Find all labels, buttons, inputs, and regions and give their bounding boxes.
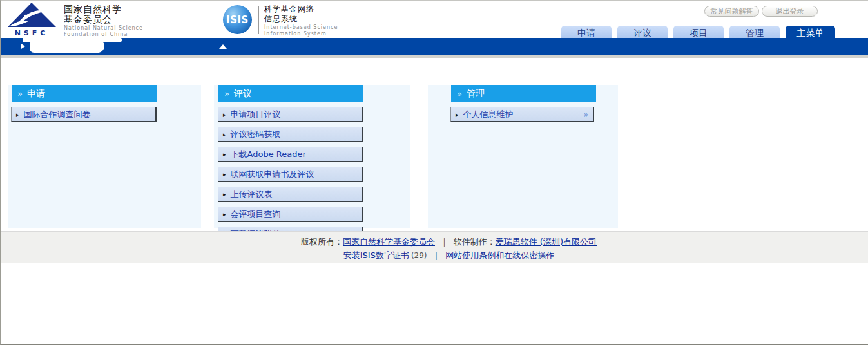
submenu-chevron-icon: » — [584, 110, 588, 119]
panel-title: 评议 — [234, 88, 252, 98]
isis-en-line2: Information System — [264, 31, 338, 37]
footer-separator: ｜ — [432, 250, 441, 260]
nsfc-en-line1: National Natural Science — [64, 25, 143, 31]
nsfc-cn-line1: 国家自然科学 — [64, 4, 143, 14]
menu-item[interactable]: ▸会评项目查询 — [218, 207, 363, 222]
nsfc-logo-icon: NSFC — [6, 2, 58, 37]
nav-bottom-strip — [1, 55, 868, 58]
isis-logo-icon: ISIS — [223, 5, 252, 34]
header-divider — [258, 6, 259, 34]
nsfc-cn-line2: 基金委员会 — [64, 14, 143, 24]
isis-main-menu-page: NSFC 国家自然科学 基金委员会 National Natural Scien… — [0, 0, 868, 345]
double-chevron-icon: » — [17, 89, 23, 98]
panel-title: 申请 — [27, 88, 45, 98]
arrow-icon: ▸ — [223, 191, 226, 198]
menu-item[interactable]: ▸个人信息维护» — [450, 107, 594, 122]
software-label: 软件制作： — [454, 237, 496, 247]
arrow-icon: ▸ — [223, 171, 226, 178]
menu-item[interactable]: ▸上传评议表 — [218, 187, 363, 202]
arrow-icon: ▸ — [223, 131, 226, 138]
menu-item-label: 会评项目查询 — [231, 209, 281, 220]
panel-title: 管理 — [467, 88, 485, 98]
menu-item[interactable]: ▸联网获取申请书及评议 — [218, 167, 363, 182]
install-cert-link[interactable]: 安装ISIS数字证书 — [343, 250, 409, 260]
double-chevron-icon: » — [224, 89, 229, 98]
arrow-icon: ▸ — [456, 111, 459, 118]
panel-header: »评议 — [218, 85, 363, 102]
isis-cn-line2: 信息系统 — [264, 14, 338, 24]
panel: »管理▸个人信息维护» — [428, 85, 618, 228]
copyright-label: 版权所有： — [301, 237, 343, 247]
panel-header: »管理 — [451, 85, 596, 102]
panel: »评议▸申请项目评议▸评议密码获取▸下载Adobe Reader▸联网获取申请书… — [214, 85, 410, 228]
footer-line-2: 安装ISIS数字证书(29)｜网站使用条例和在线保密操作 — [30, 248, 868, 263]
nsfc-en-line2: Foundation of China — [64, 32, 143, 37]
menu-item-label: 评议密码获取 — [231, 129, 281, 140]
menu-item-label: 个人信息维护 — [463, 109, 514, 120]
nsfc-acronym-text: NSFC — [15, 29, 49, 37]
tab-1[interactable]: 申请 — [561, 26, 612, 39]
nsfc-name-block: 国家自然科学 基金委员会 National Natural Science Fo… — [64, 4, 143, 37]
menu-item-label: 国际合作调查问卷 — [24, 109, 91, 120]
terms-link[interactable]: 网站使用条例和在线保密操作 — [445, 250, 554, 260]
header-divider — [59, 6, 59, 34]
panels: »申请▸国际合作调查问卷»评议▸申请项目评议▸评议密码获取▸下载Adobe Re… — [1, 85, 868, 228]
tab-bar: 申请评议项目管理主菜单 — [561, 26, 835, 39]
menu-item-label: 申请项目评议 — [231, 109, 281, 120]
menu-item[interactable]: ▸下载Adobe Reader — [218, 147, 363, 162]
menu-item-label: 联网获取申请书及评议 — [231, 169, 314, 180]
panel-header: »申请 — [12, 85, 157, 102]
arrow-icon: ▸ — [223, 111, 226, 118]
footer: 版权所有：国家自然科学基金委员会｜软件制作：爱瑞思软件 (深圳)有限公司 安装I… — [1, 231, 868, 263]
isis-cn-line1: 科学基金网络 — [264, 5, 338, 14]
faq-button[interactable]: 常见问题解答 — [704, 6, 759, 17]
arrow-icon: ▸ — [223, 151, 226, 158]
menu-item[interactable]: ▸评议密码获取 — [218, 127, 363, 142]
isis-en-line1: Internet-based Science — [264, 24, 338, 30]
footer-line-1: 版权所有：国家自然科学基金委员会｜软件制作：爱瑞思软件 (深圳)有限公司 — [30, 235, 868, 248]
arrow-icon: ▸ — [223, 211, 226, 218]
logout-button[interactable]: 退出登录 — [762, 6, 818, 17]
collapse-arrow-icon[interactable] — [219, 44, 227, 49]
tab-5[interactable]: 主菜单 — [786, 26, 835, 39]
tab-4[interactable]: 管理 — [729, 26, 780, 39]
menu-item[interactable]: ▸申请项目评议 — [218, 107, 363, 122]
system-name-block: 科学基金网络 信息系统 Internet-based Science Infor… — [264, 5, 338, 37]
copyright-link[interactable]: 国家自然科学基金委员会 — [343, 237, 435, 247]
menu-item-label: 上传评议表 — [231, 189, 273, 200]
right-arrow-icon — [21, 44, 25, 49]
nav-bar — [1, 38, 868, 55]
panel: »申请▸国际合作调查问卷 — [8, 85, 201, 228]
footer-separator: ｜ — [440, 237, 448, 247]
menu-item[interactable]: ▸国际合作调查问卷 — [11, 107, 157, 122]
arrow-icon: ▸ — [16, 111, 19, 118]
menu-item-label: 下载Adobe Reader — [231, 149, 306, 160]
double-chevron-icon: » — [457, 89, 462, 98]
cert-count: (29) — [411, 251, 427, 260]
redacted-username — [30, 40, 104, 53]
tab-3[interactable]: 项目 — [673, 26, 724, 39]
software-link[interactable]: 爱瑞思软件 (深圳)有限公司 — [496, 237, 597, 247]
tab-2[interactable]: 评议 — [617, 26, 668, 39]
